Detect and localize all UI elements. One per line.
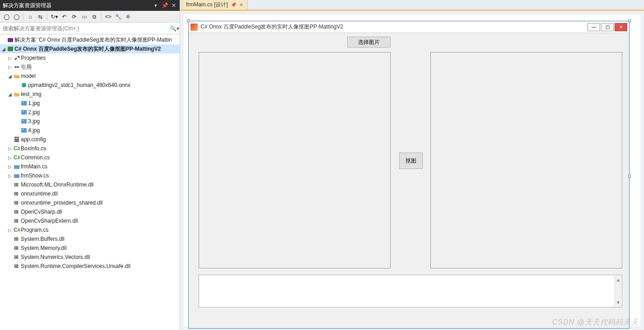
tree-program[interactable]: ▷C#Program.cs	[0, 225, 180, 234]
copy-icon[interactable]: ⧉	[90, 12, 99, 21]
dropdown-icon[interactable]: ▾	[153, 2, 159, 9]
tab-frmmain-design[interactable]: frmMain.cs [设计] 📌 ✕	[182, 0, 248, 10]
svg-rect-28	[14, 201, 15, 205]
svg-text:C#: C#	[14, 154, 20, 161]
svg-rect-31	[14, 210, 15, 214]
forward-icon[interactable]: ◯	[12, 12, 21, 21]
tree-folder-model[interactable]: ◢ model	[0, 72, 180, 81]
tree-img-4[interactable]: 4.jpg	[0, 126, 180, 135]
svg-text:C#: C#	[14, 145, 20, 152]
winform-title: C# Onnx 百度PaddleSeg发布的实时人像抠图PP-MattingV2	[200, 23, 587, 31]
svg-point-5	[22, 83, 26, 87]
refresh-icon[interactable]: ↻▾	[50, 12, 59, 21]
tree-common[interactable]: ▷C#Common.cs	[0, 153, 180, 162]
tree-onnx-file[interactable]: ppmattingv2_stdc1_human_480x640.onnx	[0, 81, 180, 90]
svg-rect-47	[14, 264, 15, 268]
undo-icon[interactable]: ↶	[60, 12, 69, 21]
picturebox-result[interactable]	[430, 52, 622, 268]
svg-rect-32	[16, 210, 17, 214]
tree-dll-7[interactable]: System.Memory.dll	[0, 244, 180, 253]
svg-point-11	[23, 120, 24, 121]
svg-rect-14	[14, 137, 19, 142]
cs-icon: C#	[14, 154, 20, 161]
svg-rect-1	[8, 47, 13, 51]
svg-rect-10	[21, 119, 27, 124]
solution-search-input[interactable]	[0, 23, 169, 34]
svg-rect-23	[16, 183, 17, 187]
tree-appconfig[interactable]: app.config	[0, 135, 180, 144]
svg-rect-26	[16, 192, 17, 196]
form-icon	[14, 172, 20, 179]
tab-label: frmMain.cs [设计]	[186, 1, 228, 9]
image-icon	[21, 109, 27, 115]
minimize-button[interactable]: —	[587, 23, 600, 31]
tree-dll-8[interactable]: System.Numerics.Vectors.dll	[0, 253, 180, 262]
tree-dll-4[interactable]: OpenCvSharp.dll	[0, 207, 180, 216]
svg-rect-41	[14, 246, 15, 250]
svg-rect-36	[17, 219, 18, 223]
resize-handle[interactable]	[628, 175, 631, 177]
pin-tab-icon[interactable]: 📌	[231, 2, 236, 7]
panel-titlebar: 解决方案资源管理器 ▾ 📌 ✕	[0, 0, 180, 11]
tree-dll-5[interactable]: OpenCvSharpExtern.dll	[0, 216, 180, 225]
tree-dll-6[interactable]: System.Buffers.dll	[0, 234, 180, 244]
pin-icon[interactable]: 📌	[162, 2, 168, 9]
home-icon[interactable]: ⌂	[26, 12, 35, 21]
close-panel-icon[interactable]: ✕	[171, 2, 177, 9]
winform-frmmain[interactable]: C# Onnx 百度PaddleSeg发布的实时人像抠图PP-MattingV2…	[188, 21, 630, 329]
solution-icon	[7, 37, 14, 43]
matting-button[interactable]: 抠图	[399, 153, 423, 169]
close-tab-icon[interactable]: ✕	[239, 2, 243, 8]
showall-icon[interactable]: ▭	[80, 12, 89, 21]
dll-icon	[14, 200, 20, 206]
search-icon[interactable]: 🔍▾	[169, 23, 180, 34]
code-icon[interactable]: <>	[104, 12, 113, 21]
tree-frmshow[interactable]: ▷frmShow.cs	[0, 171, 180, 180]
tree-boxinfo[interactable]: ▷C#BoxInfo.cs	[0, 144, 180, 153]
dll-icon	[14, 245, 20, 251]
output-textbox[interactable]: ▴▾	[199, 275, 622, 307]
svg-rect-19	[14, 164, 19, 165]
tree-img-1[interactable]: 1.jpg	[0, 99, 180, 108]
tree-project[interactable]: ◢ C# Onnx 百度PaddleSeg发布的实时人像抠图PP-Matting…	[0, 44, 180, 53]
scrollbar[interactable]: ▴▾	[614, 276, 621, 306]
svg-rect-21	[14, 173, 19, 174]
svg-rect-4	[16, 67, 18, 67]
tree-dll-1[interactable]: Microsoft.ML.OnnxRuntime.dll	[0, 180, 180, 189]
solution-tree[interactable]: 解决方案 'C# Onnx 百度PaddleSeg发布的实时人像抠图PP-Mat…	[0, 34, 180, 330]
properties-icon[interactable]: 🔧	[114, 12, 123, 21]
collapse-icon[interactable]: ⟳	[70, 12, 79, 21]
maximize-button[interactable]: ▢	[601, 23, 614, 31]
resize-handle[interactable]	[187, 19, 190, 22]
tree-img-3[interactable]: 3.jpg	[0, 117, 180, 126]
panel-title: 解决方案资源管理器	[3, 2, 153, 10]
tree-dll-2[interactable]: onnxruntime.dll	[0, 189, 180, 198]
design-surface[interactable]: C# Onnx 百度PaddleSeg发布的实时人像抠图PP-MattingV2…	[184, 14, 640, 326]
tree-dll-9[interactable]: System.Runtime.CompilerServices.Unsafe.d…	[0, 262, 180, 271]
picturebox-source[interactable]	[199, 52, 391, 268]
svg-rect-38	[14, 237, 15, 241]
wrench-icon	[14, 55, 20, 61]
tree-folder-testimg[interactable]: ◢ test_img	[0, 90, 180, 99]
tree-frmmain[interactable]: ▷frmMain.cs	[0, 162, 180, 171]
close-button[interactable]: ✕	[615, 23, 627, 31]
svg-text:C#: C#	[14, 227, 20, 233]
dll-icon	[14, 218, 20, 224]
sync-icon[interactable]: ⇆	[36, 12, 45, 21]
tree-img-2[interactable]: 2.jpg	[0, 108, 180, 117]
tree-references[interactable]: ▷ 引用	[0, 62, 180, 72]
tree-properties[interactable]: ▷ Properties	[0, 53, 180, 62]
dll-icon	[14, 191, 20, 197]
select-image-button[interactable]: 选择图片	[347, 37, 391, 48]
preview-icon[interactable]: ⚟	[124, 12, 133, 21]
svg-rect-22	[14, 183, 15, 187]
tree-solution[interactable]: 解决方案 'C# Onnx 百度PaddleSeg发布的实时人像抠图PP-Mat…	[0, 35, 180, 44]
config-icon	[14, 136, 20, 143]
winform-titlebar: C# Onnx 百度PaddleSeg发布的实时人像抠图PP-MattingV2…	[189, 21, 629, 33]
winform-client-area[interactable]: 选择图片 抠图 ▴▾	[189, 33, 629, 328]
tree-dll-3[interactable]: onnxruntime_providers_shared.dll	[0, 198, 180, 207]
resize-handle[interactable]	[628, 19, 631, 22]
back-icon[interactable]: ◯	[2, 12, 11, 21]
folder-icon	[14, 91, 20, 97]
svg-point-9	[23, 111, 24, 112]
